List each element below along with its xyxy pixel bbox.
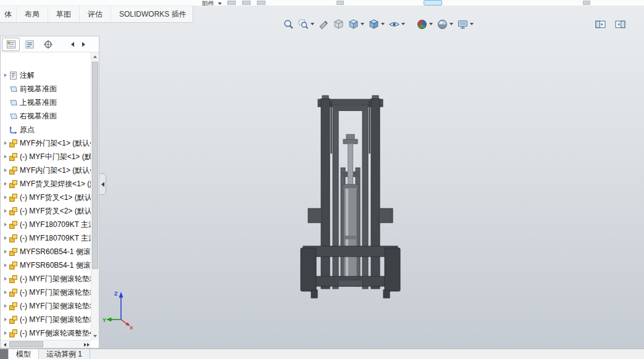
expander-icon[interactable] <box>2 231 9 245</box>
ribbon-fragment <box>242 1 251 5</box>
expander-icon[interactable] <box>2 272 9 286</box>
tree-item[interactable]: (-) MYF侧滚轮调整垫<1: <box>1 326 91 340</box>
expander-icon[interactable] <box>2 177 9 191</box>
collapse-left-icon <box>101 182 104 187</box>
tree-item-label: 前视基准面 <box>20 84 57 94</box>
statusbar-tab[interactable]: 运动算例 1 <box>39 349 90 359</box>
view-orientation-button[interactable] <box>346 18 366 31</box>
ribbon-tab[interactable]: 体 <box>0 6 17 22</box>
dropdown-caret-icon[interactable] <box>450 23 453 25</box>
model-forklift-mast[interactable] <box>295 95 403 301</box>
scroll-up-button[interactable] <box>91 52 99 60</box>
ribbon-tab[interactable]: 评估 <box>80 6 111 22</box>
vertical-scroll-thumb[interactable] <box>92 62 98 269</box>
component-icon <box>9 234 18 243</box>
panel-collapse-handle[interactable] <box>99 173 106 195</box>
tree-item[interactable]: (-) MYF货叉<1> (默认< <box>1 191 91 204</box>
statusbar-tab[interactable]: 模型 <box>8 349 39 359</box>
dropdown-caret-icon[interactable] <box>429 23 433 25</box>
expander-icon[interactable] <box>2 163 9 177</box>
tree-item[interactable]: MYF内门架<1> (默认<< <box>1 163 91 177</box>
hide-show-items-button[interactable] <box>387 18 407 31</box>
dropdown-caret-icon[interactable] <box>401 23 405 25</box>
tree-item[interactable]: (-) MYF中门架<1> (默认 <box>1 150 91 163</box>
panel-scroll-left-button[interactable] <box>68 39 77 49</box>
dropdown-caret-icon[interactable] <box>381 23 385 25</box>
apply-scene-button[interactable] <box>435 18 455 31</box>
tree-item[interactable]: (-) MYF门架侧滚轮垫块< <box>1 286 91 299</box>
expander-icon[interactable] <box>2 204 9 218</box>
property-manager-icon <box>25 39 35 49</box>
tree-item[interactable]: MYF货叉架焊接<1> (默 <box>1 177 91 191</box>
tree-item[interactable]: (-) MYF180709KT 主滚轮 <box>1 218 91 231</box>
ribbon-fragment <box>583 1 590 5</box>
feature-manager-tree-tab[interactable] <box>2 38 20 51</box>
expander-icon[interactable] <box>2 286 9 299</box>
tree-item[interactable]: MYFSR60B54-1 侧滚轮 <box>1 245 91 258</box>
tree-item[interactable]: 上视基准面 <box>1 96 91 109</box>
tree-item[interactable]: (-) MYF180709KT 主滚轮 <box>1 231 91 245</box>
tree-item[interactable]: (-) MYF货叉<2> (默认< <box>1 204 91 218</box>
scroll-down-button[interactable] <box>91 332 99 340</box>
zoom-fit-button[interactable] <box>282 18 296 31</box>
zoom-to-area-button[interactable] <box>296 18 316 31</box>
scroll-right-button[interactable] <box>82 340 91 349</box>
tree-item[interactable]: MYFSR60B54-1 侧滚轮 <box>1 258 91 272</box>
expander-icon[interactable] <box>2 313 9 326</box>
dropdown-caret-icon[interactable] <box>361 23 364 25</box>
scroll-down-icon <box>93 335 97 337</box>
solidworks-window: 部件 体布局草图评估SOLIDWORKS 插件 <box>0 0 644 359</box>
expander-icon[interactable] <box>2 68 9 82</box>
expander-icon[interactable] <box>2 191 9 204</box>
tree-item[interactable]: 右视基准面 <box>1 109 91 123</box>
ribbon-highlighted-button[interactable] <box>424 0 442 6</box>
panel-scroll-right-button[interactable] <box>79 39 88 49</box>
expander-icon[interactable] <box>2 218 9 231</box>
ribbon-overflow-item[interactable]: 部件 <box>202 0 222 6</box>
task-pane-toggle-button[interactable] <box>613 19 627 30</box>
xray-view-button[interactable] <box>332 18 346 31</box>
horizontal-scroll-thumb[interactable] <box>9 341 43 347</box>
ribbon-tab[interactable]: 草图 <box>48 6 80 22</box>
tree-item-label: (-) MYF中门架<1> (默认 <box>20 152 91 162</box>
tree-item[interactable]: (-) MYF门架侧滚轮垫块< <box>1 272 91 286</box>
edit-appearance-button[interactable] <box>415 18 435 31</box>
component-icon <box>9 261 18 270</box>
scroll-left-button[interactable] <box>1 340 9 349</box>
tree-item-label: (-) MYF侧滚轮调整垫<1: <box>20 328 91 339</box>
dropdown-caret-icon[interactable] <box>470 23 474 25</box>
tree-item[interactable]: MYF外门架<1> (默认<< <box>1 136 91 150</box>
display-style-button[interactable] <box>367 18 387 31</box>
tree-horizontal-scrollbar[interactable] <box>1 340 91 348</box>
display-pane-toggle-icon <box>595 20 606 29</box>
section-view-button[interactable] <box>317 18 331 31</box>
configuration-manager-tab[interactable] <box>39 38 57 51</box>
tree-item-label: (-) MYF货叉<1> (默认< <box>20 192 91 203</box>
view-settings-button[interactable] <box>456 18 475 31</box>
scroll-right-icon <box>87 343 90 347</box>
expander-icon[interactable] <box>2 258 9 272</box>
ribbon-overflow-label: 部件 <box>202 0 214 6</box>
ribbon-fragment <box>337 1 344 5</box>
plane-icon <box>9 112 18 121</box>
property-manager-tab[interactable] <box>20 38 38 51</box>
tree-item[interactable]: 前视基准面 <box>1 82 91 96</box>
display-pane-toggle-button[interactable] <box>593 19 608 30</box>
tree-item[interactable]: 注解 <box>1 68 91 82</box>
expander-icon[interactable] <box>2 245 9 258</box>
expander-icon[interactable] <box>2 326 9 340</box>
tree-item-label: MYFSR60B54-1 侧滚轮 <box>20 247 91 257</box>
tree-item[interactable]: (-) MYF门架侧滚轮垫块< <box>1 313 91 326</box>
tree-vertical-scrollbar[interactable] <box>91 52 99 340</box>
panel-scroll-left-icon <box>71 42 74 47</box>
zoom-fit-icon <box>283 19 294 30</box>
expander-icon[interactable] <box>2 299 9 313</box>
dropdown-caret-icon[interactable] <box>311 23 314 25</box>
tree-item[interactable]: 原点 <box>1 123 91 136</box>
expander-icon[interactable] <box>2 150 9 163</box>
ribbon-tab[interactable]: 布局 <box>17 6 48 22</box>
ribbon-tab[interactable]: SOLIDWORKS 插件 <box>111 6 195 22</box>
tree-item[interactable]: (-) MYF门架侧滚轮垫块< <box>1 299 91 313</box>
annotations-icon <box>9 71 18 80</box>
expander-icon[interactable] <box>2 136 9 150</box>
